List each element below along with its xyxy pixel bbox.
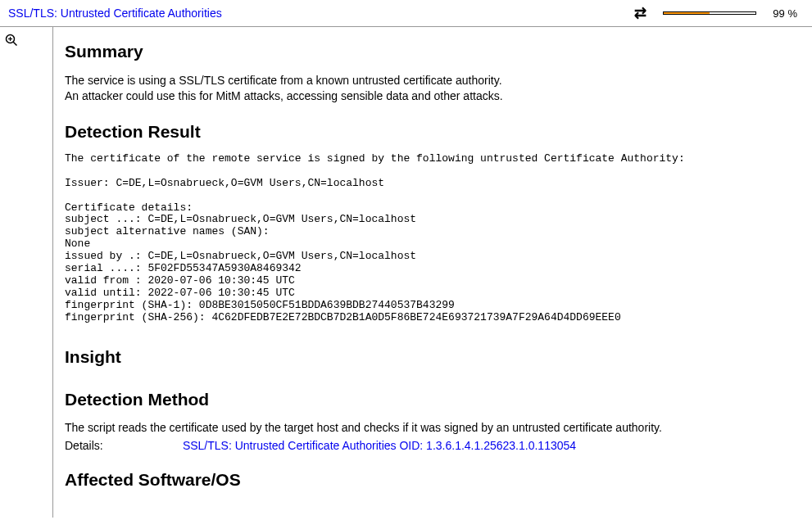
severity-bar: 5.0 (Medium) (663, 11, 756, 15)
left-gutter (0, 27, 53, 518)
svg-line-1 (13, 42, 16, 45)
insight-heading: Insight (65, 347, 801, 367)
summary-text: The service is using a SSL/TLS certifica… (65, 73, 801, 104)
vulnerability-title-link[interactable]: SSL/TLS: Untrusted Certificate Authoriti… (8, 7, 634, 20)
detection-result-body: The certificate of the remote service is… (65, 153, 801, 324)
severity-label: 5.0 (Medium) (664, 13, 769, 23)
summary-line2: An attacker could use this for MitM atta… (65, 88, 801, 104)
detection-method-text: The script reads the certificate used by… (65, 421, 801, 434)
header-bar: SSL/TLS: Untrusted Certificate Authoriti… (0, 0, 812, 27)
details-row: Details: SSL/TLS: Untrusted Certificate … (65, 439, 801, 452)
header-right: ⇄ 5.0 (Medium) 99 % (634, 4, 804, 22)
detection-result-heading: Detection Result (65, 122, 801, 142)
qod-percent: 99 % (773, 7, 804, 20)
affected-software-heading: Affected Software/OS (65, 470, 801, 490)
detection-method-heading: Detection Method (65, 390, 801, 409)
zoom-in-icon[interactable] (5, 35, 18, 49)
swap-icon[interactable]: ⇄ (634, 4, 646, 22)
summary-line1: The service is using a SSL/TLS certifica… (65, 73, 801, 88)
content-area: Summary The service is using a SSL/TLS c… (53, 27, 812, 518)
body-wrapper: Summary The service is using a SSL/TLS c… (0, 27, 812, 518)
details-oid-link[interactable]: SSL/TLS: Untrusted Certificate Authoriti… (183, 439, 576, 452)
details-label: Details: (65, 439, 179, 452)
summary-heading: Summary (65, 42, 801, 61)
